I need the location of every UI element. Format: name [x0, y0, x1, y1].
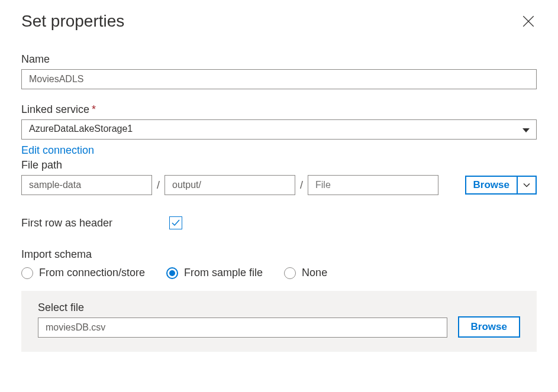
- radio-icon: [166, 267, 178, 279]
- checkmark-icon: [171, 218, 180, 228]
- required-indicator: *: [92, 103, 96, 115]
- first-row-header-checkbox[interactable]: [169, 216, 182, 229]
- path-separator: /: [300, 179, 303, 192]
- radio-label: From connection/store: [39, 267, 145, 279]
- sample-browse-button[interactable]: Browse: [458, 316, 520, 338]
- radio-label: From sample file: [184, 267, 263, 279]
- import-schema-label: Import schema: [21, 248, 537, 261]
- radio-from-sample-file[interactable]: From sample file: [166, 267, 263, 279]
- file-path-label: File path: [21, 159, 537, 171]
- radio-label: None: [302, 267, 327, 279]
- file-path-file-input[interactable]: [308, 175, 438, 195]
- file-path-directory-input[interactable]: [165, 175, 295, 195]
- name-label: Name: [21, 53, 537, 66]
- select-file-input[interactable]: [38, 318, 447, 338]
- linked-service-select[interactable]: AzureDataLakeStorage1: [21, 119, 537, 140]
- radio-none[interactable]: None: [284, 267, 327, 279]
- chevron-down-icon: [523, 183, 530, 187]
- browse-dropdown-button[interactable]: [518, 176, 537, 195]
- path-separator: /: [157, 179, 160, 192]
- close-button[interactable]: [520, 13, 537, 32]
- page-title: Set properties: [21, 12, 124, 31]
- file-path-container-input[interactable]: [21, 175, 152, 195]
- linked-service-label: Linked service*: [21, 103, 537, 116]
- sample-file-panel: Select file Browse: [21, 291, 537, 352]
- name-input[interactable]: [21, 69, 537, 89]
- first-row-header-label: First row as header: [21, 217, 169, 229]
- browse-button[interactable]: Browse: [465, 176, 518, 195]
- close-icon: [522, 15, 534, 27]
- select-file-label: Select file: [38, 302, 447, 314]
- radio-icon: [21, 267, 33, 279]
- radio-icon: [284, 267, 296, 279]
- edit-connection-link[interactable]: Edit connection: [21, 144, 94, 157]
- radio-from-connection[interactable]: From connection/store: [21, 267, 145, 279]
